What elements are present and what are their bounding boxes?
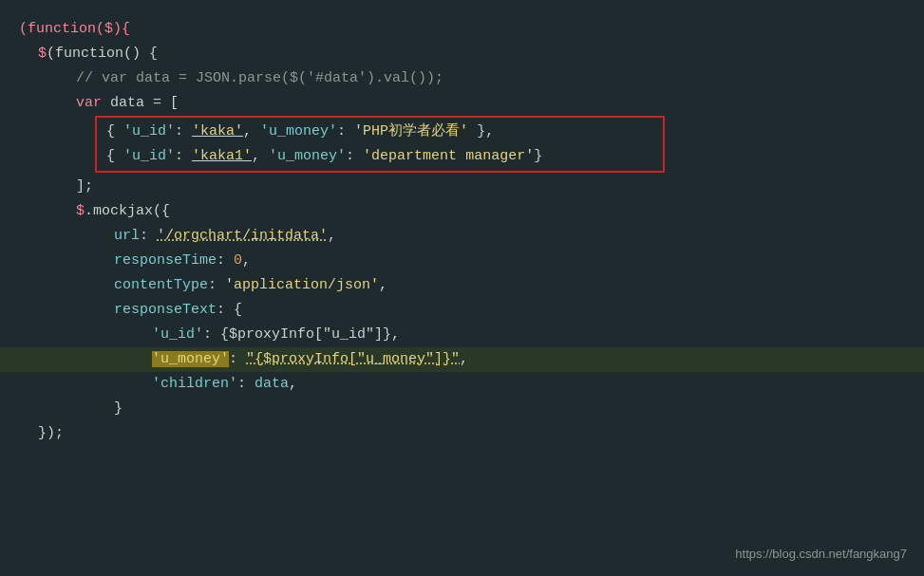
code-token: }, xyxy=(468,123,494,139)
code-token: 'kaka' xyxy=(192,123,243,139)
code-line: responseTime: 0, xyxy=(0,249,924,273)
code-editor: (function($){ $(function() { // var data… xyxy=(0,9,924,454)
code-token: 'kaka1' xyxy=(192,148,252,164)
code-token: $ xyxy=(76,203,85,219)
code-token: : xyxy=(175,148,192,164)
code-token: responseTime xyxy=(114,252,217,269)
code-token: }); xyxy=(38,425,64,441)
highlighted-section: { 'u_id': 'kaka', 'u_money': 'PHP初学者必看' … xyxy=(95,116,665,173)
code-token: : { xyxy=(217,302,242,318)
code-line: var data = [ xyxy=(0,91,924,116)
code-token: ]; xyxy=(76,178,93,195)
code-token: 'department manager' xyxy=(363,148,534,164)
code-token: '/orgchart/initdata' xyxy=(157,228,328,244)
code-line: }); xyxy=(0,421,924,446)
code-token: : xyxy=(175,123,192,139)
code-token: $ xyxy=(38,46,47,62)
code-token: // var data = JSON.parse($('#data').val(… xyxy=(76,70,443,86)
code-token: 'u_money' xyxy=(260,123,337,139)
code-token: 'u_id' xyxy=(123,148,175,164)
code-line-boxed: { 'u_id': 'kaka', 'u_money': 'PHP初学者必看' … xyxy=(106,120,653,144)
code-token: .mockjax({ xyxy=(85,203,170,219)
code-token: (function() { xyxy=(47,46,158,62)
code-token: : xyxy=(337,123,354,139)
code-token: } xyxy=(534,148,542,164)
code-token: responseText xyxy=(114,302,217,318)
code-line: url: '/orgchart/initdata', xyxy=(0,224,924,249)
code-line: // var data = JSON.parse($('#data').val(… xyxy=(0,66,924,91)
code-token: , xyxy=(379,277,387,293)
code-line: contentType: 'application/json', xyxy=(0,273,924,298)
code-token: contentType xyxy=(114,277,208,293)
code-content: (function($){ $(function() { // var data… xyxy=(0,9,924,454)
code-line: $(function() { xyxy=(0,42,924,66)
code-token: $proxyInfo["u_id"] xyxy=(229,326,383,343)
watermark: https://blog.csdn.net/fangkang7 xyxy=(735,545,907,565)
code-line: ]; xyxy=(0,175,924,199)
code-token: : xyxy=(229,351,246,367)
code-token: , xyxy=(252,148,269,164)
code-token: , xyxy=(289,376,297,392)
code-token: : xyxy=(140,228,157,244)
code-token: , xyxy=(460,351,468,367)
code-token: (function($){ xyxy=(19,21,130,37)
code-token: }, xyxy=(383,326,400,343)
code-token: 'u_id' xyxy=(152,326,203,343)
code-line: responseText: { xyxy=(0,298,924,323)
code-token: { xyxy=(106,123,123,139)
code-token: 'application/json' xyxy=(225,277,379,293)
code-token: data xyxy=(255,376,289,392)
code-token: var xyxy=(76,95,102,111)
code-token: : xyxy=(346,148,363,164)
code-token: data = [ xyxy=(102,95,179,111)
code-line-boxed: { 'u_id': 'kaka1', 'u_money': 'departmen… xyxy=(106,144,653,169)
code-token: : { xyxy=(203,326,229,343)
code-line: 'children': data, xyxy=(0,372,924,397)
code-token: , xyxy=(243,123,260,139)
code-line: (function($){ xyxy=(0,17,924,42)
code-token: url xyxy=(114,228,140,244)
code-token: 'u_id' xyxy=(123,123,175,139)
code-token: 'children' xyxy=(152,376,237,392)
code-line: 'u_id': {$proxyInfo["u_id"]}, xyxy=(0,323,924,347)
code-token: : xyxy=(208,277,225,293)
code-line-highlighted: 'u_money': "{$proxyInfo["u_money"]}", xyxy=(0,347,924,372)
u-money-label: 'u_money' xyxy=(152,351,229,367)
code-line: $.mockjax({ xyxy=(0,199,924,224)
code-token: : xyxy=(237,376,255,392)
code-token: } xyxy=(114,400,123,417)
code-token: "{$proxyInfo["u_money"]}" xyxy=(246,351,460,367)
code-token: 'u_money' xyxy=(269,148,346,164)
code-token: , xyxy=(242,252,251,269)
code-token: , xyxy=(328,228,336,244)
code-token: 'PHP初学者必看' xyxy=(354,123,468,139)
code-token: 0 xyxy=(234,252,242,269)
code-token: : xyxy=(217,252,234,269)
code-line: } xyxy=(0,397,924,421)
code-token: { xyxy=(106,148,123,164)
